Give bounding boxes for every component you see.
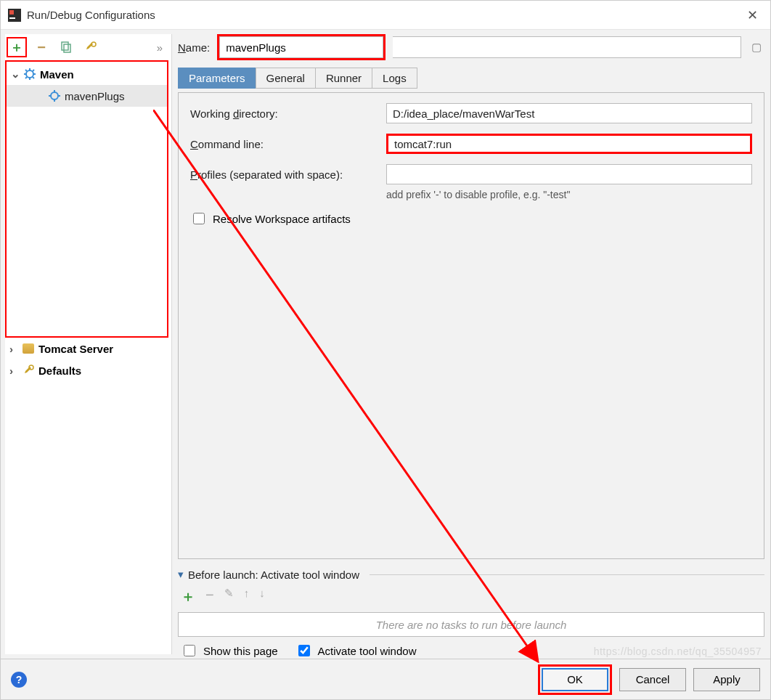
show-page-checkbox[interactable] — [184, 645, 195, 656]
sidebar-toolbar: ＋ − » — [5, 34, 171, 60]
tree-label-defaults: Defaults — [38, 365, 81, 377]
ok-button[interactable]: OK — [542, 668, 608, 691]
help-icon[interactable]: ? — [11, 672, 27, 688]
before-launch-empty: There are no tasks to run before launch — [376, 619, 567, 631]
tree-node-mavenplugs[interactable]: mavenPlugs — [7, 85, 167, 107]
chevron-down-icon: ⌄ — [11, 68, 20, 81]
ok-highlight-box: OK — [538, 664, 612, 695]
before-launch-header[interactable]: ▾ Before launch: Activate tool window — [178, 568, 764, 581]
divider — [370, 574, 764, 575]
edit-defaults-button[interactable] — [81, 37, 101, 57]
wrench-icon — [23, 365, 34, 376]
svg-line-11 — [25, 70, 27, 71]
command-line-input[interactable]: tomcat7:run — [386, 134, 752, 154]
parameters-panel: Working directory: D:/idea_place/mavenWa… — [178, 92, 764, 559]
svg-rect-3 — [62, 42, 68, 50]
tree-label-tomcat: Tomcat Server — [38, 343, 113, 355]
command-line-label: Command line: — [190, 138, 379, 150]
activate-window-checkbox[interactable] — [298, 645, 310, 656]
profiles-input[interactable] — [386, 164, 752, 184]
svg-rect-4 — [64, 44, 70, 52]
svg-rect-1 — [9, 10, 14, 15]
row-resolve: Resolve Workspace artifacts — [190, 211, 752, 227]
resolve-label: Resolve Workspace artifacts — [213, 213, 351, 225]
tree-label-maven: Maven — [40, 68, 74, 81]
chevron-right-icon: › — [9, 365, 18, 377]
tree-node-tomcat[interactable]: › Tomcat Server — [5, 338, 171, 359]
row-profiles: Profiles (separated with space): — [190, 164, 752, 184]
titlebar: Run/Debug Configurations ✕ — [1, 1, 770, 30]
intellij-icon — [8, 9, 21, 22]
working-dir-label: Working directory: — [190, 107, 379, 120]
before-launch-toolbar: ＋ − ✎ ↑ ↓ — [178, 581, 764, 612]
resolve-checkbox[interactable] — [193, 213, 205, 224]
name-input[interactable] — [219, 36, 383, 58]
bl-add-button[interactable]: ＋ — [181, 587, 195, 606]
tab-runner[interactable]: Runner — [315, 68, 372, 89]
tree-label-mavenplugs: mavenPlugs — [65, 90, 125, 102]
profiles-hint: add prefix '-' to disable profile, e.g. … — [386, 189, 752, 200]
activate-window-label: Activate tool window — [318, 645, 417, 657]
working-dir-input[interactable]: D:/idea_place/mavenWarTest — [386, 103, 752, 123]
bl-down-button[interactable]: ↓ — [259, 587, 265, 606]
config-tree-rest: › Tomcat Server › Defaults — [5, 338, 171, 381]
svg-point-15 — [51, 92, 58, 99]
svg-line-14 — [33, 70, 34, 71]
tree-node-defaults[interactable]: › Defaults — [5, 359, 171, 381]
footer: ? OK Cancel Apply — [1, 659, 770, 699]
close-icon[interactable]: ✕ — [741, 7, 763, 23]
row-command-line: Command line: tomcat7:run — [190, 134, 752, 154]
name-highlight-box — [217, 34, 386, 60]
tab-parameters[interactable]: Parameters — [178, 68, 256, 89]
share-icon[interactable]: ▢ — [748, 41, 764, 54]
gear-icon — [49, 90, 60, 102]
name-row: Name: ▢ — [178, 34, 764, 60]
apply-button[interactable]: Apply — [693, 668, 760, 691]
svg-line-13 — [25, 77, 27, 78]
dialog-title: Run/Debug Configurations — [27, 9, 741, 21]
before-launch-checks: Show this page Activate tool window — [178, 637, 764, 659]
tab-general[interactable]: General — [256, 68, 316, 89]
sidebar: ＋ − » ⌄ Maven — [5, 34, 172, 654]
name-label: Name: — [178, 41, 210, 54]
bl-edit-button[interactable]: ✎ — [224, 587, 234, 606]
config-tree-highlighted: ⌄ Maven mavenPlugs — [5, 60, 168, 338]
before-launch-title: Before launch: Activate tool window — [188, 569, 359, 581]
bl-remove-button[interactable]: − — [205, 587, 214, 606]
tab-logs[interactable]: Logs — [372, 68, 417, 89]
svg-point-6 — [26, 70, 33, 78]
dialog-body: ＋ − » ⌄ Maven — [1, 30, 770, 659]
show-page-label: Show this page — [203, 645, 278, 657]
expand-chevrons-icon[interactable]: » — [150, 37, 170, 57]
gear-icon — [24, 68, 36, 80]
tree-node-maven[interactable]: ⌄ Maven — [7, 63, 167, 85]
tabs: Parameters General Runner Logs — [178, 65, 764, 88]
copy-config-button[interactable] — [56, 37, 76, 57]
dialog-window: Run/Debug Configurations ✕ ＋ − » ⌄ — [0, 0, 771, 700]
triangle-down-icon: ▾ — [178, 568, 184, 581]
profiles-label: Profiles (separated with space): — [190, 168, 379, 181]
name-input-extension[interactable] — [393, 36, 741, 58]
remove-config-button[interactable]: − — [31, 37, 52, 57]
chevron-right-icon: › — [9, 343, 18, 355]
tomcat-icon — [23, 343, 34, 354]
svg-rect-2 — [9, 17, 15, 19]
before-launch-list: There are no tasks to run before launch — [178, 612, 764, 637]
before-launch-section: ▾ Before launch: Activate tool window ＋ … — [178, 568, 764, 659]
add-config-button[interactable]: ＋ — [7, 37, 27, 57]
content-panel: Name: ▢ Parameters General Runner Logs W… — [172, 30, 770, 659]
cancel-button[interactable]: Cancel — [619, 668, 686, 691]
svg-line-12 — [33, 77, 34, 78]
bl-up-button[interactable]: ↑ — [244, 587, 250, 606]
row-working-dir: Working directory: D:/idea_place/mavenWa… — [190, 103, 752, 123]
